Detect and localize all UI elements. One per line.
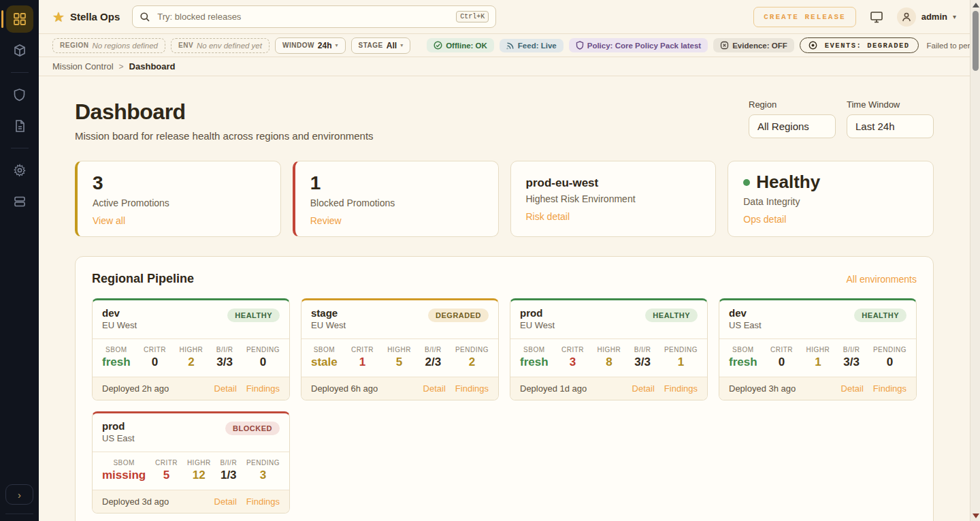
status-badge: HEALTHY	[227, 309, 280, 322]
policy-status-text: Policy: Core Policy Pack latest	[587, 42, 701, 50]
findings-link[interactable]: Findings	[455, 383, 489, 394]
window-scrollbar[interactable]	[970, 0, 980, 521]
scrollbar-up-arrow[interactable]	[973, 3, 979, 7]
ops-detail-link[interactable]: Ops detail	[743, 214, 786, 225]
deployed-text: Deployed 2h ago	[102, 383, 169, 394]
pipeline-card-dev-us-east: dev US East HEALTHY SBOMfresh CRITR0 HIG…	[719, 298, 917, 400]
card-header: dev EU West HEALTHY	[93, 300, 289, 338]
metric-sbom: SBOMfresh	[729, 346, 757, 369]
detail-link[interactable]: Detail	[632, 383, 655, 394]
search-input[interactable]	[157, 12, 449, 22]
environment-name: prod	[520, 307, 555, 319]
scrollbar-down-arrow[interactable]	[973, 514, 979, 518]
global-search[interactable]: Ctrl+K	[132, 5, 496, 28]
detail-link[interactable]: Detail	[214, 496, 237, 507]
metric-pending: PENDING2	[455, 346, 489, 369]
time-window-select[interactable]: Last 24h	[847, 114, 934, 138]
view-all-link[interactable]: View all	[93, 215, 125, 226]
healthy-text: Healthy	[756, 172, 820, 193]
server-stack-icon	[6, 188, 33, 215]
review-link[interactable]: Review	[310, 215, 342, 226]
top-header: ★ Stella Ops Ctrl+K CREATE RELEASE admin	[39, 0, 970, 34]
metric-critr: CRITR3	[561, 346, 584, 369]
env-context-pill[interactable]: ENV No env defined yet	[171, 38, 270, 53]
user-menu[interactable]: admin ▾	[897, 7, 956, 27]
search-shortcut-badge: Ctrl+K	[456, 11, 489, 22]
detail-link[interactable]: Detail	[841, 383, 864, 394]
feed-status-pill[interactable]: Feed: Live	[500, 39, 564, 52]
findings-link[interactable]: Findings	[246, 496, 280, 507]
findings-link[interactable]: Findings	[664, 383, 698, 394]
all-environments-link[interactable]: All environments	[847, 274, 917, 285]
sidebar-item-security[interactable]	[0, 81, 39, 108]
display-mode-button[interactable]	[870, 11, 883, 23]
brand-logo-icon: ★	[52, 10, 65, 24]
package-icon	[6, 37, 33, 64]
findings-link[interactable]: Findings	[873, 383, 906, 394]
region-name: EU West	[520, 320, 555, 330]
region-context-pill[interactable]: REGION No regions defined	[52, 38, 165, 53]
window-filter-pill[interactable]: WINDOW 24h ▾	[275, 37, 346, 54]
findings-link[interactable]: Findings	[246, 383, 280, 394]
dashboard-grid-icon	[6, 5, 33, 33]
region-select[interactable]: All Regions	[749, 114, 836, 138]
card-env-block: stage EU West	[311, 307, 346, 330]
sidebar-collapse-button[interactable]: ›	[5, 484, 33, 505]
events-status-pill[interactable]: EVENTS: DEGRADED	[800, 37, 919, 53]
chevron-down-icon: ▾	[336, 42, 338, 48]
status-badge: BLOCKED	[225, 422, 280, 435]
region-name: EU West	[311, 320, 346, 330]
offline-status-text: Offline: OK	[446, 42, 487, 50]
stat-card-active-promotions: 3 Active Promotions View all	[75, 161, 281, 237]
check-circle-icon	[434, 41, 442, 50]
brand[interactable]: ★ Stella Ops	[52, 10, 120, 24]
settings-gear-icon	[6, 157, 33, 184]
sidebar-item-documents[interactable]	[0, 112, 39, 140]
page-header: Dashboard Mission board for release heal…	[75, 99, 934, 142]
metric-bir: B/I/R2/3	[425, 346, 442, 369]
card-header: dev US East HEALTHY	[719, 300, 916, 338]
document-icon	[6, 112, 33, 140]
detail-link[interactable]: Detail	[214, 383, 237, 394]
evidence-status-pill[interactable]: Evidence: OFF	[713, 38, 794, 52]
context-status-bar: REGION No regions defined ENV No env def…	[39, 34, 970, 57]
card-footer: Deployed 3h ago Detail Findings	[719, 377, 916, 400]
page-filters: Region All Regions Time Window Last 24h	[749, 99, 934, 138]
region-pill-label: REGION	[60, 42, 88, 49]
page-content: Dashboard Mission board for release heal…	[39, 76, 970, 521]
create-release-button[interactable]: CREATE RELEASE	[753, 7, 855, 27]
sidebar-item-settings[interactable]	[0, 157, 39, 184]
card-footer: Deployed 2h ago Detail Findings	[93, 377, 289, 400]
policy-status-pill[interactable]: Policy: Core Policy Pack latest	[569, 38, 708, 52]
pipeline-cards: dev EU West HEALTHY SBOMfresh CRITR0 HIG…	[92, 298, 917, 514]
breadcrumb-mission-control[interactable]: Mission Control	[52, 61, 114, 72]
sidebar-divider	[11, 148, 29, 148]
breadcrumb-separator: >	[119, 62, 124, 72]
stat-label: Active Promotions	[93, 198, 265, 208]
breadcrumb-dashboard: Dashboard	[129, 61, 176, 72]
card-header: prod US East BLOCKED	[93, 413, 289, 452]
card-links: Detail Findings	[214, 383, 280, 394]
card-env-block: dev EU West	[102, 307, 137, 330]
metric-bir: B/I/R3/3	[216, 346, 233, 369]
card-header: prod EU West HEALTHY	[510, 300, 707, 338]
deployed-text: Deployed 3h ago	[729, 383, 796, 394]
deployed-text: Deployed 3d ago	[102, 496, 169, 507]
sidebar-item-dashboard[interactable]	[0, 5, 39, 33]
metric-critr: CRITR0	[144, 346, 166, 369]
page-title: Dashboard	[75, 99, 374, 125]
sidebar-item-releases[interactable]	[0, 37, 39, 64]
chevron-down-icon: ▾	[953, 13, 956, 20]
scrollbar-thumb[interactable]	[973, 11, 979, 71]
user-name: admin	[921, 12, 947, 22]
detail-link[interactable]: Detail	[423, 383, 446, 394]
events-status-text: EVENTS: DEGRADED	[825, 42, 910, 50]
status-badge: HEALTHY	[645, 309, 698, 322]
sidebar-item-infrastructure[interactable]	[0, 188, 39, 215]
stage-filter-pill[interactable]: STAGE All ▾	[351, 37, 411, 54]
pipeline-card-stage-eu-west: stage EU West DEGRADED SBOMstale CRITR1 …	[301, 298, 499, 400]
metric-sbom: SBOMfresh	[102, 346, 131, 369]
risk-detail-link[interactable]: Risk detail	[526, 211, 570, 222]
offline-status-pill[interactable]: Offline: OK	[427, 38, 494, 52]
card-links: Detail Findings	[214, 496, 280, 507]
